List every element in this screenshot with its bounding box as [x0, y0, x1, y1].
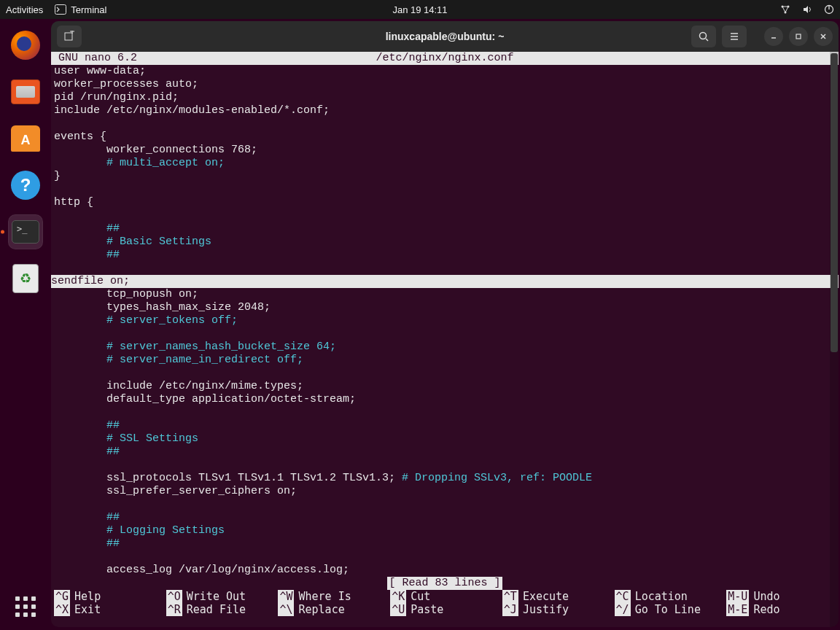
code-line[interactable]: ##	[51, 249, 839, 262]
nano-titlebar: GNU nano 6.2 /etc/nginx/nginx.conf	[51, 52, 839, 65]
shortcut-exit: ^XExit	[54, 603, 166, 616]
show-applications-button[interactable]	[0, 596, 51, 617]
code-line[interactable]: worker_processes auto;	[51, 78, 839, 91]
close-button[interactable]	[814, 27, 833, 46]
code-line[interactable]	[51, 209, 839, 222]
code-line[interactable]: default_type application/octet-stream;	[51, 393, 839, 406]
shortcut-go-to-line: ^/Go To Line	[615, 603, 727, 616]
code-line[interactable]: ##	[51, 446, 839, 459]
code-line[interactable]	[51, 498, 839, 511]
shortcut-justify: ^JJustify	[502, 603, 615, 616]
window-title: linuxcapable@ubuntu: ~	[386, 31, 505, 42]
code-line[interactable]: # SSL Settings	[51, 432, 839, 446]
code-line[interactable]	[51, 183, 839, 196]
nano-version: GNU nano 6.2	[51, 52, 137, 65]
code-line[interactable]: ##	[51, 419, 839, 432]
code-line[interactable]: # server_tokens off;	[51, 314, 839, 327]
maximize-button[interactable]	[789, 27, 808, 46]
code-line[interactable]: ssl_prefer_server_ciphers on;	[51, 485, 839, 498]
scrollbar[interactable]	[830, 52, 839, 627]
code-line[interactable]	[51, 459, 839, 472]
code-line[interactable]: events {	[51, 131, 839, 144]
gnome-top-panel: Activities Terminal Jan 19 14:11	[0, 0, 840, 19]
shortcut-read-file: ^RRead File	[166, 603, 279, 616]
app-menu-label: Terminal	[71, 4, 106, 15]
nano-filepath: /etc/nginx/nginx.conf	[376, 52, 513, 65]
help-icon: ?	[11, 171, 40, 200]
code-line[interactable]: http {	[51, 196, 839, 209]
code-line[interactable]: tcp_nopush on;	[51, 288, 839, 301]
code-line[interactable]: # multi_accept on;	[51, 157, 839, 170]
search-button[interactable]	[691, 26, 716, 47]
code-line[interactable]	[51, 406, 839, 419]
clock[interactable]: Jan 19 14:11	[392, 4, 447, 15]
code-line[interactable]	[51, 551, 839, 564]
volume-icon[interactable]	[802, 4, 814, 15]
cursor-line[interactable]: sendfile on;	[51, 275, 839, 288]
trash-icon	[12, 264, 39, 293]
code-line[interactable]: ##	[51, 511, 839, 524]
dock-firefox[interactable]	[8, 28, 43, 63]
apps-grid-icon	[15, 596, 36, 617]
code-line[interactable]: ##	[51, 537, 839, 551]
shortcut-location: ^CLocation	[615, 590, 727, 603]
dock-terminal[interactable]: >_	[8, 214, 43, 249]
code-line[interactable]: }	[51, 170, 839, 183]
code-line[interactable]	[51, 262, 839, 275]
dock-help[interactable]: ?	[8, 168, 43, 203]
code-area-before[interactable]: user www-data;worker_processes auto;pid …	[51, 65, 839, 275]
shortcut-redo: M-ERedo	[726, 603, 839, 616]
code-line[interactable]: worker_connections 768;	[51, 144, 839, 157]
code-line[interactable]: ssl_protocols TLSv1 TLSv1.1 TLSv1.2 TLSv…	[51, 472, 839, 485]
minimize-button[interactable]	[764, 27, 783, 46]
power-icon[interactable]	[824, 4, 834, 15]
titlebar: linuxcapable@ubuntu: ~	[51, 21, 839, 52]
code-line[interactable]: pid /run/nginx.pid;	[51, 91, 839, 104]
code-line[interactable]: user www-data;	[51, 65, 839, 78]
hamburger-menu-button[interactable]	[722, 26, 747, 47]
svg-point-9	[700, 33, 707, 39]
dock-software[interactable]	[8, 121, 43, 156]
code-line[interactable]	[51, 327, 839, 341]
code-line[interactable]: # Logging Settings	[51, 524, 839, 537]
terminal-window: linuxcapable@ubuntu: ~ GNU nano 6.2 /etc…	[51, 21, 839, 627]
svg-rect-0	[55, 5, 66, 15]
nano-status: [ Read 83 lines ]	[51, 577, 839, 590]
app-menu[interactable]: Terminal	[55, 4, 106, 15]
code-area-after[interactable]: tcp_nopush on; types_hash_max_size 2048;…	[51, 288, 839, 577]
files-icon	[11, 79, 40, 104]
code-line[interactable]: # Basic Settings	[51, 236, 839, 249]
svg-line-10	[706, 39, 708, 41]
network-icon[interactable]	[780, 4, 792, 15]
shortcut-help: ^GHelp	[54, 590, 166, 603]
shortcut-paste: ^UPaste	[390, 603, 502, 616]
code-line[interactable]: ##	[51, 222, 839, 236]
shortcut-write-out: ^OWrite Out	[166, 590, 279, 603]
svg-rect-15	[796, 34, 801, 39]
code-line[interactable]: include /etc/nginx/modules-enabled/*.con…	[51, 104, 839, 117]
shortcut-replace: ^\Replace	[278, 603, 390, 616]
ubuntu-dock: ? >_	[0, 19, 51, 630]
code-line[interactable]: include /etc/nginx/mime.types;	[51, 380, 839, 393]
activities-button[interactable]: Activities	[6, 4, 43, 15]
code-line[interactable]: # server_name_in_redirect off;	[51, 354, 839, 367]
shortcut-undo: M-UUndo	[726, 590, 839, 603]
code-line[interactable]	[51, 117, 839, 131]
terminal-app-icon: >_	[12, 220, 39, 244]
dock-trash[interactable]	[8, 261, 43, 296]
firefox-icon	[11, 31, 40, 60]
svg-rect-6	[65, 33, 72, 40]
shortcut-execute: ^TExecute	[502, 590, 615, 603]
code-line[interactable]: # server_names_hash_bucket_size 64;	[51, 341, 839, 354]
software-icon	[11, 125, 40, 152]
code-line[interactable]	[51, 367, 839, 380]
shortcut-where-is: ^WWhere Is	[278, 590, 390, 603]
new-tab-button[interactable]	[57, 26, 82, 47]
shortcut-cut: ^KCut	[390, 590, 502, 603]
nano-editor[interactable]: GNU nano 6.2 /etc/nginx/nginx.conf user …	[51, 52, 839, 627]
code-line[interactable]: access_log /var/log/nginx/access.log;	[51, 564, 839, 577]
code-line[interactable]: types_hash_max_size 2048;	[51, 301, 839, 314]
scrollbar-thumb[interactable]	[831, 53, 838, 352]
dock-files[interactable]	[8, 74, 43, 109]
terminal-indicator-icon	[55, 4, 66, 15]
